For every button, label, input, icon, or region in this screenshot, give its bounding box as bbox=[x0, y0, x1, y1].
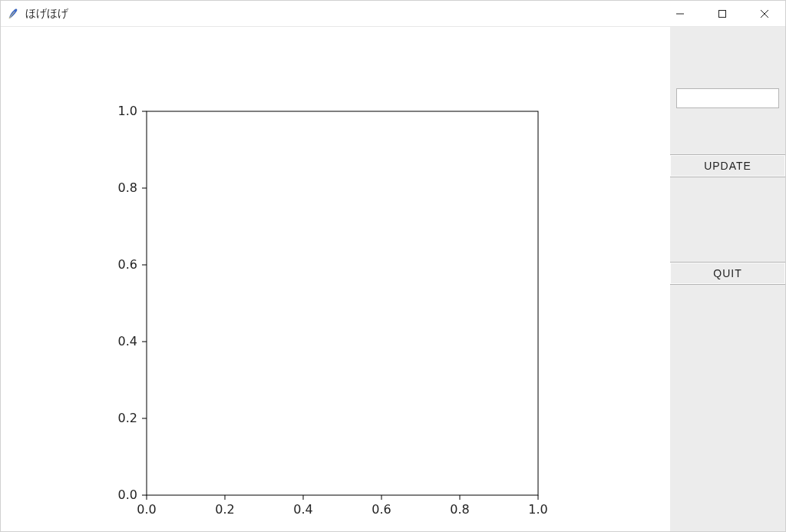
chart: 0.00.20.40.60.81.00.00.20.40.60.81.0 bbox=[47, 81, 584, 526]
close-button[interactable] bbox=[743, 1, 785, 26]
svg-text:1.0: 1.0 bbox=[528, 502, 547, 517]
svg-text:0.0: 0.0 bbox=[137, 502, 156, 517]
svg-text:0.2: 0.2 bbox=[215, 502, 234, 517]
window-title: ほげほげ bbox=[25, 7, 68, 21]
quit-button[interactable]: QUIT bbox=[670, 262, 785, 285]
sidebar: UPDATE QUIT bbox=[670, 27, 785, 531]
tk-feather-icon bbox=[7, 8, 19, 20]
svg-text:0.4: 0.4 bbox=[118, 334, 137, 349]
svg-rect-1 bbox=[718, 10, 725, 17]
svg-text:0.8: 0.8 bbox=[118, 180, 137, 195]
svg-text:0.6: 0.6 bbox=[372, 502, 391, 517]
maximize-button[interactable] bbox=[701, 1, 743, 26]
minimize-button[interactable] bbox=[659, 1, 701, 26]
svg-text:1.0: 1.0 bbox=[118, 104, 137, 118]
window-controls bbox=[659, 1, 785, 26]
svg-text:0.0: 0.0 bbox=[118, 487, 137, 502]
svg-text:0.2: 0.2 bbox=[118, 411, 137, 425]
svg-text:0.8: 0.8 bbox=[450, 502, 469, 517]
titlebar: ほげほげ bbox=[1, 1, 785, 27]
svg-text:0.4: 0.4 bbox=[293, 502, 312, 517]
content-area: 0.00.20.40.60.81.00.00.20.40.60.81.0 UPD… bbox=[1, 27, 785, 531]
app-window: ほげほげ 0.00.20.40.60.81.00.00.20.40.60.81.… bbox=[0, 0, 786, 532]
svg-rect-4 bbox=[147, 111, 538, 495]
plot-canvas: 0.00.20.40.60.81.00.00.20.40.60.81.0 bbox=[1, 27, 670, 531]
update-button[interactable]: UPDATE bbox=[670, 154, 785, 177]
text-entry[interactable] bbox=[676, 88, 779, 108]
svg-text:0.6: 0.6 bbox=[118, 257, 137, 272]
